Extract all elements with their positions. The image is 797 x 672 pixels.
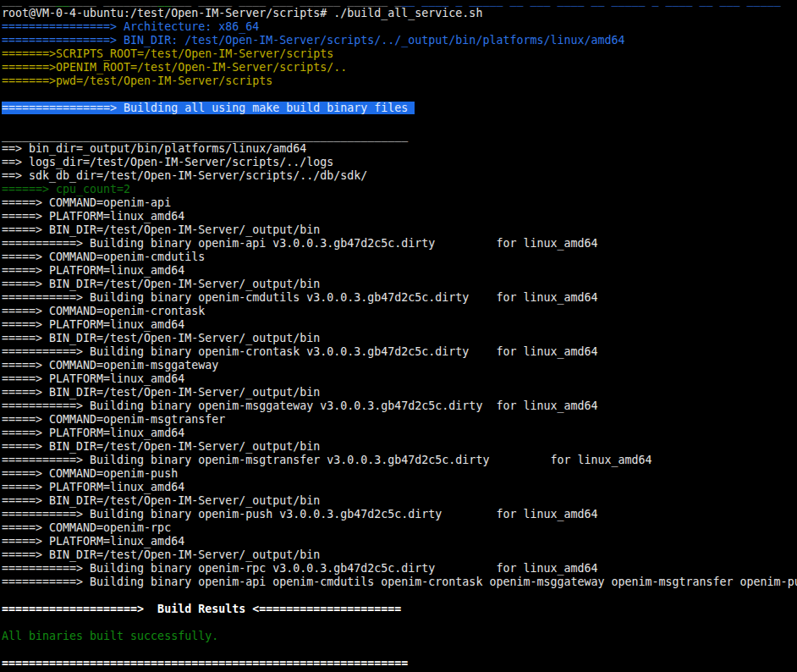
cpu-count-line: ======> cpu_count=2 [2,183,797,196]
command-line-push: =====> COMMAND=openim-push [2,467,797,481]
platform-line: =====> PLATFORM=linux_amd64 [2,264,797,278]
sdk-db-dir-var-line: ==> sdk_db_dir=/test/Open-IM-Server/scri… [2,169,797,183]
blank-line [2,115,797,129]
building-line-msggateway: ===========> Building binary openim-msgg… [2,399,797,413]
partial-text-segment: ___ ____ [2,0,56,6]
platform-line: =====> PLATFORM=linux_amd64 [2,535,797,548]
command-line-crontask: =====> COMMAND=openim-crontask [2,305,797,318]
bindir-line: =====> BIN_DIR=/test/Open-IM-Server/_out… [2,548,797,562]
platform-line: =====> PLATFORM=linux_amd64 [2,481,797,494]
building-line-api: ===========> Building binary openim-api … [2,237,797,251]
bin-dir-var-line: ==> bin_dir=_output/bin/platforms/linux/… [2,142,797,156]
build-all-banner-highlight: ================> Building all using mak… [2,102,415,114]
bindir-line: =====> BIN_DIR=/test/Open-IM-Server/_out… [2,386,797,399]
platform-line: =====> PLATFORM=linux_amd64 [2,318,797,332]
bindir-line: =====> BIN_DIR=/test/Open-IM-Server/_out… [2,440,797,454]
final-separator-line: ========================================… [2,657,797,670]
scripts-root-line: =======>SCRIPTS_ROOT=/test/Open-IM-Serve… [2,47,797,61]
underscore-separator-line: ________________________________________… [2,129,797,142]
partial-text-segment: __ [157,0,171,6]
command-line-api: =====> COMMAND=openim-api [2,196,797,210]
platform-line: =====> PLATFORM=linux_amd64 [2,427,797,440]
building-line-cmdutils: ===========> Building binary openim-cmdu… [2,291,797,305]
platform-line: =====> PLATFORM=linux_amd64 [2,210,797,223]
building-line-push: ===========> Building binary openim-push… [2,508,797,521]
success-message: All binaries built successfully. [2,630,797,643]
terminal-output: ___ __________ _____________ _____ ____ … [0,0,797,670]
bindir-line: =====> BIN_DIR=/test/Open-IM-Server/_out… [2,494,797,508]
building-all-binaries-line: ===========> Building binary openim-api … [2,576,797,589]
blank-line [2,616,797,630]
bindir-line: =====> BIN_DIR=/test/Open-IM-Server/_out… [2,278,797,291]
command-line-msgtransfer: =====> COMMAND=openim-msgtransfer [2,413,797,427]
logs-dir-var-line: ==> logs_dir=/test/Open-IM-Server/script… [2,156,797,169]
bin-dir-header-line: ================> BIN_DIR: /test/Open-IM… [2,34,797,47]
blank-line [2,88,797,102]
partial-previous-line: ___ __________ _____________ _____ ____ … [2,0,797,7]
building-line-crontask: ===========> Building binary openim-cron… [2,345,797,359]
building-line-rpc: ===========> Building binary openim-rpc … [2,562,797,576]
architecture-line: ================> Architecture: x86_64 [2,20,797,34]
command-line-msggateway: =====> COMMAND=openim-msggateway [2,359,797,372]
building-line-msgtransfer: ===========> Building binary openim-msgt… [2,454,797,467]
partial-text-segment: __ ____ _ _____ __ ___ ____ __ _____ _ _… [401,0,780,6]
command-line-rpc: =====> COMMAND=openim-rpc [2,521,797,535]
build-all-banner-line: ================> Building all using mak… [2,102,797,115]
partial-text-segment: ___ _____ ____ ___ ______ ______ _ [171,0,401,6]
blank-line [2,589,797,603]
openim-root-line: =======>OPENIM_ROOT=/test/Open-IM-Server… [2,61,797,74]
partial-text-segment: __ [56,0,69,6]
blank-line [2,643,797,657]
pwd-line: =======>pwd=/test/Open-IM-Server/scripts [2,74,797,88]
build-results-header: ====================> Build Results <===… [2,603,797,616]
bindir-line: =====> BIN_DIR=/test/Open-IM-Server/_out… [2,332,797,345]
command-line-cmdutils: =====> COMMAND=openim-cmdutils [2,251,797,264]
prompt-line: root@VM-0-4-ubuntu:/test/Open-IM-Server/… [2,7,797,20]
platform-line: =====> PLATFORM=linux_amd64 [2,372,797,386]
bindir-line: =====> BIN_DIR=/test/Open-IM-Server/_out… [2,223,797,237]
partial-text-segment: ____ ________ [69,0,157,6]
